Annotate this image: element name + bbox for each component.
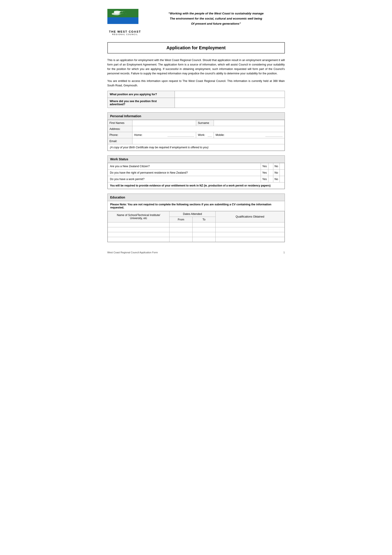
education-note: Please Note: You are not required to com… (107, 201, 285, 211)
email-label: Email: (107, 138, 132, 144)
edu-school-3[interactable] (107, 232, 170, 237)
school-col-header: Name of School/Technical Institute/ Univ… (107, 211, 170, 222)
email-row: Email: (107, 138, 285, 144)
work-status-table: Are you a New Zealand Citizen? Yes No Do… (107, 163, 285, 189)
edu-qual-3[interactable] (215, 232, 285, 237)
citizen-no-label: No (273, 163, 279, 169)
work-status-section: Work Status Are you a New Zealand Citize… (107, 155, 285, 189)
work-required-note: You will be required to provide evidence… (107, 182, 285, 189)
edu-header-row-1: Name of School/Technical Institute/ Univ… (107, 211, 285, 217)
permit-question: Do you have a work permit? (107, 176, 261, 182)
phone-label: Phone: (107, 132, 132, 138)
tagline-line3: Of present and future generations” (147, 21, 285, 26)
birth-cert-row: (A copy of your Birth Certificate may be… (107, 144, 285, 151)
tagline-line2: The environment for the social, cultural… (147, 16, 285, 21)
form-title: Application for Employment (110, 45, 282, 50)
address-value[interactable] (132, 126, 285, 132)
phone-row: Phone: Home: Work: (107, 132, 285, 138)
tagline-line1: “Working with the people of the West Coa… (147, 11, 285, 16)
education-table: Name of School/Technical Institute/ Univ… (107, 211, 285, 242)
page-footer: West Coast Regional Council Application … (107, 251, 285, 254)
mobile-label: Mobile: (216, 133, 265, 137)
edu-thead: Name of School/Technical Institute/ Univ… (107, 211, 285, 222)
from-col-header: From (170, 217, 192, 222)
citizen-yes-box[interactable] (268, 163, 273, 169)
edu-to-1[interactable] (192, 222, 216, 227)
birth-cert-note: (A copy of your Birth Certificate may be… (107, 144, 285, 151)
work-required-row: You will be required to provide evidence… (107, 182, 285, 189)
logo-name: THE WEST COAST (107, 30, 143, 33)
work-phone-table: Work: (198, 133, 212, 137)
residence-yes-label: Yes (261, 169, 268, 176)
mobile-table: Mobile: (216, 133, 283, 137)
advertised-row: Where did you see the position first adv… (107, 98, 285, 108)
qual-col-header: Qualifications Obtained (215, 211, 285, 222)
residence-row: Do you have the right of permanent resid… (107, 169, 285, 176)
permit-yes-box[interactable] (268, 176, 273, 182)
footer-right: 1 (283, 251, 285, 254)
address-label: Address: (107, 126, 132, 132)
edu-to-2[interactable] (192, 227, 216, 232)
edu-from-3[interactable] (170, 232, 192, 237)
intro-paragraph-2: You are entitled to access this informat… (107, 79, 285, 88)
education-header: Education (107, 194, 285, 201)
edu-to-3[interactable] (192, 232, 216, 237)
phone-inner-table: Home: (134, 133, 194, 137)
position-value[interactable] (175, 91, 285, 98)
citizen-row: Are you a New Zealand Citizen? Yes No (107, 163, 285, 169)
email-value[interactable] (132, 138, 285, 144)
edu-row-2 (107, 227, 285, 232)
personal-info-section: Personal Information First Names Surname… (107, 112, 285, 151)
page-header: THE WEST COAST REGIONAL COUNCIL “Working… (107, 9, 285, 36)
permit-no-label: No (273, 176, 279, 182)
edu-tbody (107, 222, 285, 242)
personal-info-header: Personal Information (107, 113, 285, 120)
to-col-header: To (192, 217, 216, 222)
permit-row: Do you have a work permit? Yes No (107, 176, 285, 182)
address-row: Address: (107, 126, 285, 132)
edu-row-3 (107, 232, 285, 237)
edu-school-1[interactable] (107, 222, 170, 227)
tagline: “Working with the people of the West Coa… (143, 9, 285, 26)
form-title-box: Application for Employment (107, 42, 285, 53)
surname-label: Surname (196, 120, 214, 126)
work-phone-value[interactable] (208, 133, 212, 137)
edu-qual-4[interactable] (215, 237, 285, 242)
residence-question: Do you have the right of permanent resid… (107, 169, 261, 176)
mobile-value[interactable] (265, 133, 283, 137)
edu-from-4[interactable] (170, 237, 192, 242)
edu-school-4[interactable] (107, 237, 170, 242)
edu-row-1 (107, 222, 285, 227)
work-phone-label: Work: (198, 133, 208, 137)
personal-info-table: First Names Surname Address: Phone: Home… (107, 120, 285, 151)
edu-from-1[interactable] (170, 222, 192, 227)
edu-qual-1[interactable] (215, 222, 285, 227)
footer-left: West Coast Regional Council Application … (107, 251, 158, 254)
permit-no-box[interactable] (279, 176, 285, 182)
svg-rect-3 (107, 24, 138, 29)
citizen-yes-label: Yes (261, 163, 268, 169)
home-label: Home: (134, 133, 167, 137)
edu-from-2[interactable] (170, 227, 192, 232)
work-status-header: Work Status (107, 156, 285, 163)
position-table: What position are you applying for? Wher… (107, 91, 285, 108)
residence-no-label: No (273, 169, 279, 176)
advertised-value[interactable] (175, 98, 285, 108)
residence-yes-box[interactable] (268, 169, 273, 176)
first-names-value[interactable] (132, 120, 196, 126)
residence-no-box[interactable] (279, 169, 285, 176)
edu-qual-2[interactable] (215, 227, 285, 232)
edu-row-4 (107, 237, 285, 242)
position-label: What position are you applying for? (107, 91, 175, 98)
edu-to-4[interactable] (192, 237, 216, 242)
permit-yes-label: Yes (261, 176, 268, 182)
surname-value[interactable] (214, 120, 285, 126)
logo-area: THE WEST COAST REGIONAL COUNCIL (107, 9, 143, 36)
citizen-no-box[interactable] (279, 163, 285, 169)
intro-paragraph-1: This is an application for employment wi… (107, 58, 285, 76)
position-row: What position are you applying for? (107, 91, 285, 98)
edu-school-2[interactable] (107, 227, 170, 232)
first-names-label: First Names (107, 120, 132, 126)
home-value[interactable] (167, 133, 194, 137)
advertised-label: Where did you see the position first adv… (107, 98, 175, 108)
